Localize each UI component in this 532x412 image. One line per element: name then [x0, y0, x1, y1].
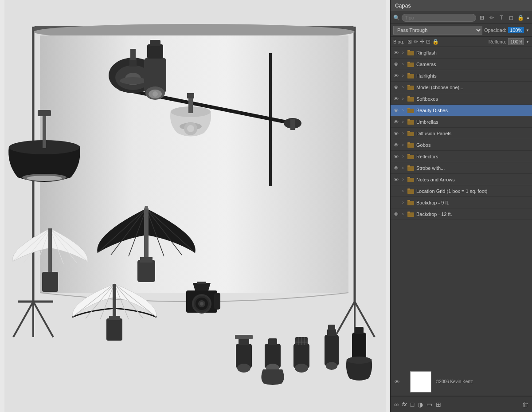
layer-name-diffusion-panels: Diffusion Panels [416, 131, 530, 136]
svg-rect-111 [407, 108, 410, 109]
expand-arrow-umbrellas[interactable]: › [400, 118, 406, 126]
expand-arrow-ringflash[interactable]: › [400, 49, 406, 56]
layer-item-cameras[interactable]: 👁› Cameras [391, 59, 532, 70]
folder-icon-softboxes [407, 95, 415, 102]
layer-item-ringflash[interactable]: 👁› Ringflash [391, 47, 532, 59]
layer-item-backdrop-12ft[interactable]: 👁› Backdrop - 12 ft. [391, 208, 532, 220]
layer-item-diffusion-panels[interactable]: 👁› Diffusion Panels [391, 128, 532, 139]
expand-arrow-softboxes[interactable]: › [400, 95, 406, 102]
expand-arrow-backdrop-12ft[interactable]: › [400, 211, 406, 218]
svg-rect-103 [407, 62, 410, 63]
add-mask-icon[interactable]: □ [411, 401, 414, 408]
eye-icon-thumbnail[interactable]: 👁 [393, 378, 400, 385]
svg-rect-107 [407, 85, 410, 86]
layer-item-location-grid[interactable]: › Location Grid (1 box = 1 sq. foot) [391, 185, 532, 197]
folder-icon-diffusion-panels [407, 130, 415, 137]
fill-input[interactable] [508, 38, 524, 45]
blend-mode-select[interactable]: Pass ThroughNormalDissolveMultiplyScreen… [393, 26, 482, 35]
shape-filter-icon[interactable]: ◻ [507, 14, 515, 22]
svg-point-79 [237, 364, 250, 373]
expand-arrow-beauty-dishes[interactable]: › [400, 107, 406, 114]
folder-icon-reflectors [407, 153, 415, 160]
folder-icon-hairlights [407, 72, 415, 79]
svg-rect-69 [109, 316, 120, 320]
expand-arrow-notes-arrows[interactable]: › [400, 176, 406, 183]
eye-icon-model[interactable]: 👁 [392, 84, 399, 91]
layer-item-hairlights[interactable]: 👁› Hairlights [391, 70, 532, 82]
expand-arrow-location-grid[interactable]: › [400, 188, 406, 195]
layer-item-softboxes[interactable]: 👁› Softboxes [391, 93, 532, 105]
svg-rect-93 [325, 335, 339, 366]
svg-rect-114 [407, 132, 414, 136]
layer-item-beauty-dishes[interactable]: 👁› Beauty Dishes [391, 105, 532, 116]
eye-icon-softboxes[interactable]: 👁 [392, 95, 399, 102]
eye-icon-gobos[interactable]: 👁 [392, 141, 399, 149]
svg-rect-28 [187, 93, 194, 98]
create-group-icon[interactable]: ▭ [426, 401, 432, 408]
expand-arrow-model[interactable]: › [400, 84, 406, 91]
link-layers-icon[interactable]: ∞ [394, 401, 399, 408]
eye-icon-notes-arrows[interactable]: 👁 [392, 176, 399, 183]
eye-icon-location-grid[interactable] [392, 188, 399, 195]
layer-item-umbrellas[interactable]: 👁› Umbrellas [391, 116, 532, 128]
lock-paint-icon[interactable]: ✏ [414, 39, 418, 45]
layer-effects-icon[interactable]: fx [402, 401, 407, 408]
eye-icon-backdrop-9ft[interactable] [392, 199, 399, 206]
layer-name-softboxes: Softboxes [416, 96, 530, 102]
layer-item-backdrop-9ft[interactable]: › Backdrop - 9 ft. [391, 197, 532, 208]
thumbnail-layer-item[interactable]: 👁 ©2006 Kevin Kertz [391, 368, 532, 396]
svg-rect-118 [407, 155, 414, 159]
folder-icon-cameras [407, 61, 415, 68]
layer-item-reflectors[interactable]: 👁› Reflectors [391, 151, 532, 162]
opacity-label: Opacidad: [484, 27, 506, 33]
paint-filter-icon[interactable]: ✏ [488, 14, 496, 22]
expand-arrow-hairlights[interactable]: › [400, 72, 406, 79]
eye-icon-backdrop-12ft[interactable]: 👁 [392, 211, 399, 218]
layer-item-strobe-with[interactable]: 👁› Strobe with... [391, 162, 532, 174]
eye-icon-beauty-dishes[interactable]: 👁 [392, 107, 399, 114]
lock-pixels-icon[interactable]: ⊠ [407, 39, 412, 45]
lock-move-icon[interactable]: ✛ [420, 39, 424, 45]
eye-icon-reflectors[interactable]: 👁 [392, 153, 399, 160]
type-filter-icon[interactable]: T [497, 14, 505, 22]
layer-item-model[interactable]: 👁› Model (choose one)... [391, 82, 532, 93]
expand-arrow-diffusion-panels[interactable]: › [400, 130, 406, 137]
image-filter-icon[interactable]: ⊞ [478, 14, 486, 22]
svg-rect-80 [239, 338, 249, 345]
expand-arrow-reflectors[interactable]: › [400, 153, 406, 160]
delete-layer-icon[interactable]: 🗑 [522, 401, 528, 408]
lock-label: Bloq.: [393, 39, 406, 44]
eye-icon-strobe-with[interactable]: 👁 [392, 165, 399, 172]
layer-name-notes-arrows: Notes and Arrows [416, 177, 530, 182]
layer-item-notes-arrows[interactable]: 👁› Notes and Arrows [391, 174, 532, 185]
svg-rect-119 [407, 154, 410, 155]
adjustment-layer-icon[interactable]: ◑ [418, 401, 423, 408]
layer-item-gobos[interactable]: 👁› Gobos [391, 139, 532, 151]
svg-rect-115 [407, 131, 410, 132]
folder-icon-backdrop-9ft [407, 199, 415, 206]
opacity-input[interactable] [508, 27, 524, 33]
blend-mode-row: Pass ThroughNormalDissolveMultiplyScreen… [391, 24, 532, 37]
new-layer-icon[interactable]: ⊞ [436, 401, 441, 408]
lock-row: Bloq.: ⊠ ✏ ✛ ⊡ 🔒 Relleno: ▼ [391, 37, 532, 47]
svg-rect-77 [197, 282, 206, 284]
smart-filter-icon[interactable]: 🔒 [517, 14, 525, 22]
expand-arrow-strobe-with[interactable]: › [400, 165, 406, 172]
expand-arrow-backdrop-9ft[interactable]: › [400, 199, 406, 206]
filter-row: 🔍 ⊞ ✏ T ◻ 🔒 ● [391, 12, 532, 24]
eye-icon-hairlights[interactable]: 👁 [392, 72, 399, 79]
svg-rect-116 [407, 143, 414, 148]
eye-icon-diffusion-panels[interactable]: 👁 [392, 130, 399, 137]
lock-artboard-icon[interactable]: ⊡ [426, 39, 430, 45]
eye-icon-ringflash[interactable]: 👁 [392, 49, 399, 56]
layer-name-backdrop-9ft: Backdrop - 9 ft. [416, 200, 530, 205]
fill-dropdown-arrow[interactable]: ▼ [526, 40, 529, 44]
expand-arrow-cameras[interactable]: › [400, 61, 406, 68]
eye-icon-umbrellas[interactable]: 👁 [392, 118, 399, 126]
eye-icon-cameras[interactable]: 👁 [392, 61, 399, 68]
opacity-dropdown-arrow[interactable]: ▼ [526, 28, 529, 32]
layer-search-input[interactable] [402, 14, 476, 22]
expand-arrow-gobos[interactable]: › [400, 141, 406, 149]
lock-all-icon[interactable]: 🔒 [432, 39, 439, 45]
layer-name-reflectors: Reflectors [416, 154, 530, 159]
